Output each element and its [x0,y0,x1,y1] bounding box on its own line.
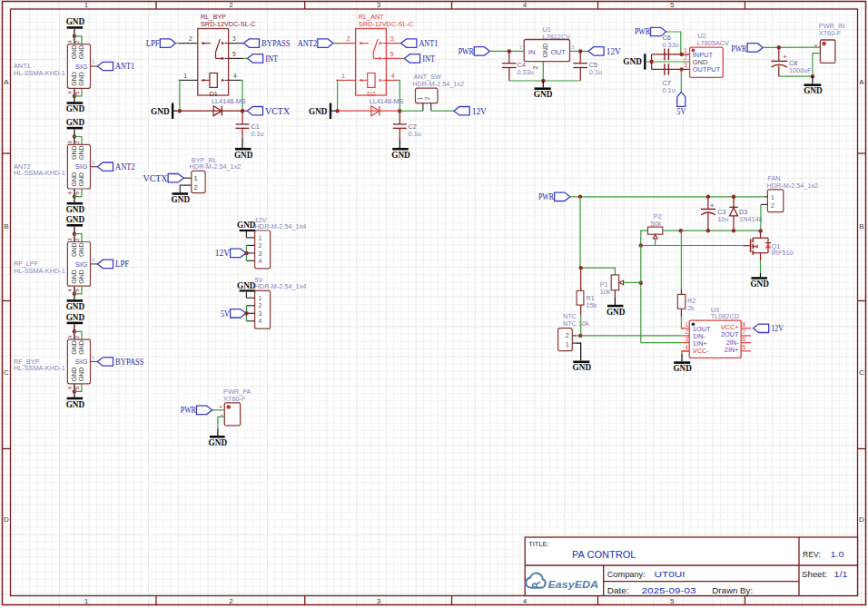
svg-text:1000uF: 1000uF [789,66,812,74]
svg-text:GND: GND [71,145,77,160]
svg-text:OUTPUT: OUTPUT [693,65,721,74]
svg-text:GND: GND [78,340,84,355]
svg-text:0.33u: 0.33u [663,41,679,49]
svg-text:GND: GND [309,106,328,116]
svg-text:ANT2: ANT2 [115,162,135,172]
svg-text:D: D [859,515,864,524]
svg-text:GND: GND [237,220,256,230]
svg-text:GND: GND [78,172,84,187]
svg-text:5V: 5V [221,309,230,319]
svg-text:1: 1 [519,44,523,50]
svg-text:GND: GND [71,243,77,258]
svg-text:1: 1 [92,58,95,64]
svg-text:4: 4 [259,318,262,324]
svg-text:1: 1 [341,73,345,79]
svg-text:Sheet:: Sheet: [802,570,827,579]
svg-text:GND: GND [541,44,549,58]
svg-text:GND: GND [237,280,256,290]
svg-text:4: 4 [391,73,395,79]
svg-text:2: 2 [74,336,80,339]
svg-text:UT0UI: UT0UI [655,570,686,579]
svg-text:LPF: LPF [146,39,160,48]
svg-text:-: - [221,410,223,419]
svg-text:SIG: SIG [75,162,87,171]
svg-text:IRF510: IRF510 [772,249,794,257]
svg-text:2: 2 [771,202,774,209]
svg-text:HDR-M-2.54_1x2: HDR-M-2.54_1x2 [766,181,818,190]
svg-text:GND: GND [71,340,77,355]
svg-text:1/1: 1/1 [834,570,848,579]
svg-text:3: 3 [66,40,73,44]
svg-text:SIG: SIG [75,358,87,366]
svg-text:L7805ACV: L7805ACV [697,39,729,47]
svg-text:LPF: LPF [115,260,129,269]
svg-text:GND: GND [71,172,77,187]
svg-text:2: 2 [189,35,192,42]
svg-text:+: + [783,53,787,61]
svg-text:5: 5 [390,51,394,57]
svg-text:1: 1 [685,321,688,328]
svg-text:GND: GND [673,363,692,373]
svg-text:GND: GND [573,362,592,372]
svg-text:1: 1 [84,597,89,605]
svg-text:Company:: Company: [607,570,646,579]
svg-text:HDR-M-2.54_1x4: HDR-M-2.54_1x4 [255,222,307,230]
svg-text:1: 1 [417,96,423,100]
svg-text:Drawn By:: Drawn By: [712,586,753,595]
svg-text:2IN+: 2IN+ [725,346,739,354]
svg-text:0.1u: 0.1u [663,86,676,94]
svg-text:5: 5 [232,51,236,57]
svg-text:4: 4 [66,91,73,94]
svg-text:5: 5 [74,386,80,389]
svg-text:+: + [710,201,715,210]
svg-text:5: 5 [74,191,80,195]
svg-text:HDR-M-2.54_1x2: HDR-M-2.54_1x2 [412,80,464,88]
svg-text:2025-09-03: 2025-09-03 [642,586,696,595]
svg-text:4: 4 [523,1,528,9]
svg-text:3: 3 [571,44,575,50]
svg-text:GND: GND [66,16,85,26]
svg-text:HL-SSMA-KHD-1: HL-SSMA-KHD-1 [14,69,65,77]
svg-text:SRD-12VDC-SL-C: SRD-12VDC-SL-C [201,20,255,28]
svg-text:3: 3 [66,141,73,144]
svg-text:TITLE:: TITLE: [528,540,549,548]
svg-text:VCC-: VCC- [693,347,710,355]
svg-text:XT60-F: XT60-F [819,29,842,37]
svg-text:GND: GND [66,117,85,127]
svg-text:GND: GND [71,368,77,382]
svg-text:GND: GND [66,399,85,409]
svg-text:2: 2 [566,331,569,339]
svg-text:3: 3 [232,35,236,42]
svg-text:5: 5 [743,344,746,350]
svg-text:2: 2 [259,302,262,309]
svg-text:5: 5 [74,91,80,94]
svg-text:4: 4 [66,289,73,292]
svg-text:REV:: REV: [803,550,821,559]
svg-text:GND: GND [151,106,170,116]
svg-text:1: 1 [566,340,569,348]
svg-text:1N4148: 1N4148 [739,215,763,223]
svg-text:BYPASS: BYPASS [115,358,144,367]
svg-text:ANT1: ANT1 [115,62,134,71]
svg-text:1.0: 1.0 [831,549,844,559]
svg-text:GND: GND [71,270,77,284]
svg-text:PWR: PWR [538,192,555,201]
svg-text:A: A [4,78,9,86]
svg-text:HL-SSMA-KHD-1: HL-SSMA-KHD-1 [14,169,65,177]
svg-text:GND: GND [804,85,823,95]
svg-text:GND: GND [78,72,84,86]
svg-text:4: 4 [66,386,73,389]
svg-text:GND: GND [172,194,191,204]
svg-text:2: 2 [684,54,687,61]
svg-text:12V: 12V [607,47,621,56]
svg-text:1: 1 [183,73,187,79]
svg-text:D: D [4,515,9,524]
svg-text:XT60-F: XT60-F [223,395,246,403]
svg-text:2: 2 [685,329,688,335]
svg-text:3: 3 [66,238,73,241]
svg-text:ANT2: ANT2 [298,39,318,48]
svg-text:GND: GND [66,214,85,224]
svg-text:1: 1 [92,256,95,262]
svg-text:0.33u: 0.33u [518,68,534,76]
svg-text:Date:: Date: [607,586,629,595]
